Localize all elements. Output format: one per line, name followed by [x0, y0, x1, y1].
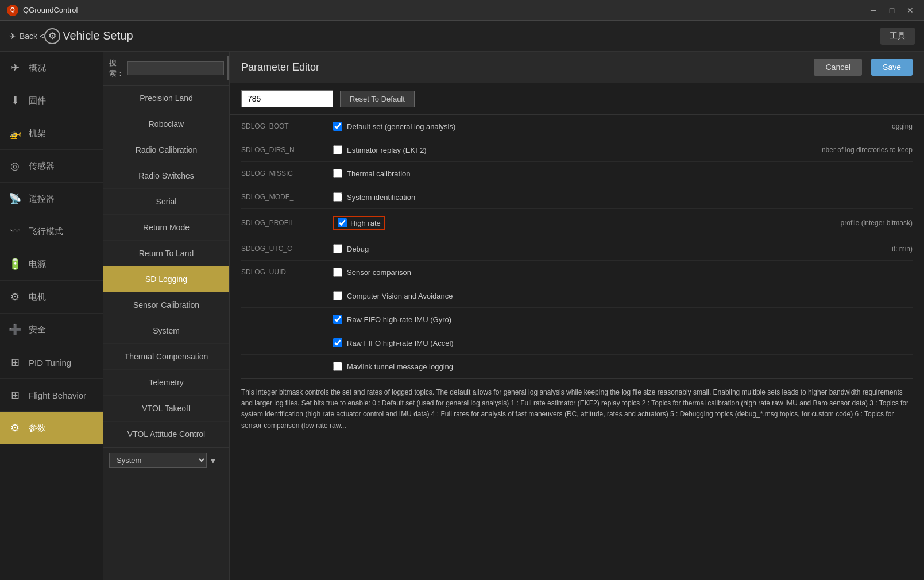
param-key-uuid: SDLOG_UUID	[241, 268, 333, 276]
sidebar-item-params[interactable]: ⚙ 参数	[0, 412, 103, 444]
second-item-return-mode[interactable]: Return Mode	[103, 215, 229, 241]
checkbox-estimator-input[interactable]	[333, 145, 342, 154]
search-bar: 搜索： 清除	[103, 52, 229, 86]
checkbox-fifo-gyro-input[interactable]	[333, 315, 342, 324]
param-options-area: SDLOG_BOOT_ Default set (general log ana…	[230, 115, 924, 580]
sidebar-item-flightbehavior[interactable]: ⊞ Flight Behavior	[0, 379, 103, 412]
checkbox-system-id-input[interactable]	[333, 192, 342, 202]
second-item-sd-logging[interactable]: SD Logging	[103, 266, 229, 292]
parameter-editor: Parameter Editor Cancel Save Reset To De…	[230, 52, 924, 580]
checkbox-thermal-cal-input[interactable]	[333, 169, 342, 178]
second-item-sensor-calibration[interactable]: Sensor Calibration	[103, 292, 229, 318]
second-item-precision-land[interactable]: Precision Land	[103, 86, 229, 111]
checkbox-cv-input[interactable]	[333, 291, 342, 300]
checkbox-fifo-accel-label: Raw FIFO high-rate IMU (Accel)	[347, 339, 454, 347]
checkbox-fifo-accel-input[interactable]	[333, 338, 342, 347]
sidebar-item-firmware[interactable]: ⬇ 固件	[0, 84, 103, 117]
flightmode-icon: 〰	[7, 223, 23, 239]
param-row-missic: SDLOG_MISSIC Thermal calibration	[241, 162, 913, 185]
second-item-radio-switches[interactable]: Radio Switches	[103, 163, 229, 189]
sidebar-item-flightmode[interactable]: 〰 飞行模式	[0, 215, 103, 248]
checkbox-sensor-comp-input[interactable]	[333, 268, 342, 277]
sidebar-item-pidtuning[interactable]: ⊞ PID Tuning	[0, 346, 103, 379]
checkbox-high-rate-input[interactable]	[338, 218, 347, 227]
maximize-button[interactable]: □	[885, 3, 899, 17]
tools-button[interactable]: 工具	[880, 28, 915, 45]
sidebar-item-overview[interactable]: ✈ 概况	[0, 52, 103, 84]
checkbox-debug-label: Debug	[347, 245, 369, 253]
minimize-button[interactable]: ─	[867, 3, 880, 17]
second-item-vtol-attitude[interactable]: VTOL Attitude Control	[103, 422, 229, 447]
param-key-profil: SDLOG_PROFIL	[241, 219, 333, 227]
param-editor-header: Parameter Editor Cancel Save	[230, 52, 924, 83]
sidebar-label-pidtuning: PID Tuning	[29, 358, 71, 368]
close-button[interactable]: ✕	[903, 3, 917, 17]
reset-to-default-button[interactable]: Reset To Default	[340, 91, 415, 107]
group-dropdown[interactable]: System All	[109, 453, 207, 468]
checkbox-system-id-label: System identification	[347, 193, 415, 202]
second-item-radio-calibration[interactable]: Radio Calibration	[103, 137, 229, 163]
checkbox-sensor-comp-label: Sensor comparison	[347, 268, 411, 277]
second-item-telemetry[interactable]: Telemetry	[103, 370, 229, 396]
second-item-serial[interactable]: Serial	[103, 189, 229, 215]
desc-utc: it: min)	[892, 245, 913, 253]
checkbox-cv: Computer Vision and Avoidance	[333, 288, 453, 304]
second-item-return-to-land[interactable]: Return To Land	[103, 241, 229, 266]
checkbox-high-rate: High rate	[333, 212, 385, 233]
checkbox-sensor-comp: Sensor comparison	[333, 264, 411, 280]
back-button[interactable]: ✈ Back <	[9, 32, 44, 41]
param-key-utc: SDLOG_UTC_C	[241, 245, 333, 253]
checkbox-fifo-gyro-label: Raw FIFO high-rate IMU (Gyro)	[347, 315, 451, 324]
sidebar-item-airframe[interactable]: 🚁 机架	[0, 117, 103, 150]
checkbox-mavlink-input[interactable]	[333, 362, 342, 371]
sidebar-item-remote[interactable]: 📡 遥控器	[0, 183, 103, 215]
app-icon: Q	[7, 5, 18, 16]
checkbox-default-set-input[interactable]	[333, 122, 342, 131]
power-icon: 🔋	[7, 256, 23, 272]
back-arrow-icon: ✈	[9, 32, 16, 41]
desc-dirs: nber of log directories to keep	[822, 146, 913, 154]
headerbar: ✈ Back < ⚙ Vehicle Setup 工具	[0, 21, 924, 52]
params-icon: ⚙	[7, 420, 23, 436]
sidebar-item-sensor[interactable]: ◎ 传感器	[0, 150, 103, 183]
app-title: QGroundControl	[23, 6, 867, 14]
sidebar-label-flightbehavior: Flight Behavior	[29, 390, 86, 400]
dropdown-arrow-icon: ▼	[209, 456, 217, 465]
param-value-row: Reset To Default	[230, 83, 924, 115]
sensor-icon: ◎	[7, 158, 23, 174]
second-item-vtol-takeoff[interactable]: VTOL Takeoff	[103, 396, 229, 422]
checkbox-system-id: System identification	[333, 189, 415, 205]
sidebar-label-flightmode: 飞行模式	[29, 226, 63, 237]
checkbox-debug-input[interactable]	[333, 244, 342, 253]
param-description: This integer bitmask controls the set an…	[241, 378, 913, 439]
flightbehavior-icon: ⊞	[7, 387, 23, 403]
desc-boot: ogging	[892, 122, 913, 130]
second-panel: 搜索： 清除 Precision LandRoboclawRadio Calib…	[103, 52, 230, 580]
airframe-icon: 🚁	[7, 125, 23, 141]
cancel-button[interactable]: Cancel	[814, 59, 862, 76]
remote-icon: 📡	[7, 191, 23, 207]
param-row-cv: Computer Vision and Avoidance	[241, 284, 913, 308]
param-key-dirs: SDLOG_DIRS_N	[241, 146, 333, 154]
search-input[interactable]	[127, 61, 224, 75]
save-button[interactable]: Save	[871, 59, 913, 76]
second-item-thermal-compensation[interactable]: Thermal Compensation	[103, 344, 229, 370]
param-key-mode: SDLOG_MODE_	[241, 193, 333, 201]
high-rate-highlight: High rate	[333, 216, 385, 230]
checkbox-high-rate-label: High rate	[350, 219, 381, 227]
second-item-roboclaw[interactable]: Roboclaw	[103, 111, 229, 137]
safety-icon: ➕	[7, 322, 23, 338]
sidebar-item-motor[interactable]: ⚙ 电机	[0, 281, 103, 314]
param-key-missic: SDLOG_MISSIC	[241, 169, 333, 177]
checkbox-estimator-replay: Estimator replay (EKF2)	[333, 142, 427, 158]
search-label: 搜索：	[109, 58, 124, 79]
main-layout: ✈ 概况⬇ 固件🚁 机架◎ 传感器📡 遥控器〰 飞行模式🔋 电源⚙ 电机➕	[0, 52, 924, 580]
second-item-system[interactable]: System	[103, 318, 229, 344]
sidebar-label-safety: 安全	[29, 324, 46, 335]
param-editor-title: Parameter Editor	[241, 61, 805, 74]
sidebar-item-power[interactable]: 🔋 电源	[0, 248, 103, 281]
checkbox-debug: Debug	[333, 241, 369, 257]
sidebar-item-safety[interactable]: ➕ 安全	[0, 314, 103, 346]
param-value-input[interactable]	[241, 90, 333, 107]
sidebar-label-remote: 遥控器	[29, 194, 55, 204]
